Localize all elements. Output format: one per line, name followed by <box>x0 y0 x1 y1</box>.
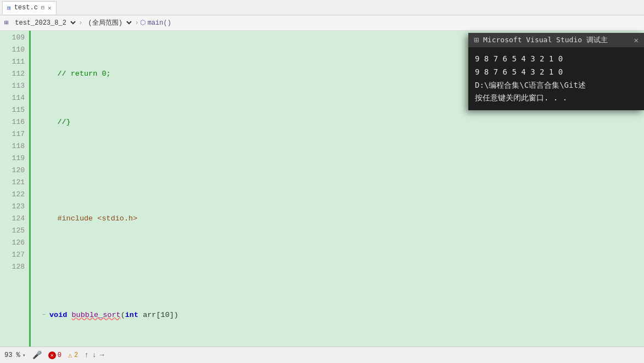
terminal-line-4: 按任意键关闭此窗口. . . <box>475 92 637 105</box>
tab-bar: ⊞ test.c ⊟ ✕ <box>0 0 644 15</box>
tab-label: test.c <box>14 4 38 12</box>
ln-126: 126 <box>0 237 25 249</box>
breadcrumb-divider-2: › <box>133 19 139 27</box>
terminal-title-bar: ⊞ Microsoft Visual Studio 调试主 ✕ <box>468 33 644 47</box>
breadcrumb-bar: ⊞ test_2023_8_2 › (全局范围) › ⬡ main() <box>0 15 644 31</box>
file-tab[interactable]: ⊞ test.c ⊟ ✕ <box>2 1 57 14</box>
ln-123: 123 <box>0 201 25 213</box>
terminal-icon: ⊞ <box>474 35 479 45</box>
ln-112: 112 <box>0 68 25 80</box>
terminal-overlay: ⊞ Microsoft Visual Studio 调试主 ✕ 9 8 7 6 … <box>468 33 644 110</box>
error-count: 0 <box>58 351 61 359</box>
code-line-114: −void bubble_sort(int arr[10]) <box>40 309 644 321</box>
error-indicator[interactable]: ✕ 0 <box>48 351 61 359</box>
error-icon: ✕ <box>48 351 56 359</box>
ln-119: 119 <box>0 152 25 165</box>
warning-icon: ⚠ <box>68 351 72 360</box>
zoom-control[interactable]: 93 % ▾ <box>4 351 26 359</box>
ln-120: 120 <box>0 165 25 177</box>
nav-arrows: ↑ ↓ → <box>85 351 104 359</box>
terminal-line-1: 9 8 7 6 5 4 3 2 1 0 <box>475 53 637 66</box>
ln-109: 109 <box>0 32 25 44</box>
ln-125: 125 <box>0 225 25 237</box>
ln-113: 113 <box>0 80 25 92</box>
ln-114: 114 <box>0 92 25 104</box>
file-icon: ⊞ <box>7 4 11 12</box>
scope-selector[interactable]: (全局范围) <box>83 15 133 30</box>
code-line-111 <box>40 165 644 177</box>
fold-marker-114[interactable]: − <box>40 311 48 320</box>
ln-124: 124 <box>0 213 25 225</box>
status-bar: 93 % ▾ 🎤 ✕ 0 ⚠ 2 ↑ ↓ → <box>0 347 644 363</box>
func-breadcrumb: ⬡ main() <box>140 19 171 27</box>
ln-116: 116 <box>0 116 25 128</box>
terminal-title: Microsoft Visual Studio 调试主 <box>483 35 608 45</box>
file-selector[interactable]: test_2023_8_2 <box>10 15 77 30</box>
line-numbers: 109 110 111 112 113 114 115 116 117 118 … <box>0 31 31 347</box>
ln-122: 122 <box>0 189 25 201</box>
right-arrow-btn[interactable]: → <box>100 351 104 359</box>
ln-110: 110 <box>0 44 25 56</box>
terminal-body: 9 8 7 6 5 4 3 2 1 0 9 8 7 6 5 4 3 2 1 0 … <box>468 47 644 110</box>
terminal-close-button[interactable]: ✕ <box>634 36 639 44</box>
breadcrumb-divider-1: › <box>77 19 83 27</box>
up-arrow-btn[interactable]: ↑ <box>85 351 89 359</box>
zoom-dropdown-icon[interactable]: ▾ <box>23 352 26 359</box>
ln-111: 111 <box>0 56 25 68</box>
ln-115: 115 <box>0 104 25 116</box>
ln-128: 128 <box>0 261 25 273</box>
warning-indicator[interactable]: ⚠ 2 <box>68 351 78 360</box>
mic-icon[interactable]: 🎤 <box>32 350 42 360</box>
ln-118: 118 <box>0 140 25 152</box>
code-line-113 <box>40 261 644 273</box>
pin-icon[interactable]: ⊟ <box>41 4 44 11</box>
close-icon[interactable]: ✕ <box>48 4 52 12</box>
down-arrow-btn[interactable]: ↓ <box>92 351 97 359</box>
func-label: main() <box>148 19 171 27</box>
code-line-110: //} <box>40 116 644 128</box>
func-icon: ⬡ <box>140 19 145 27</box>
ln-121: 121 <box>0 177 25 189</box>
ln-117: 117 <box>0 128 25 140</box>
file-breadcrumb-icon: ⊞ <box>4 19 8 27</box>
zoom-label: 93 % <box>4 351 20 359</box>
ln-127: 127 <box>0 249 25 261</box>
code-line-112: #include <stdio.h> <box>40 213 644 225</box>
terminal-title-left: ⊞ Microsoft Visual Studio 调试主 <box>474 35 608 45</box>
terminal-line-2: 9 8 7 6 5 4 3 2 1 0 <box>475 66 637 79</box>
terminal-line-3: D:\编程合集\C语言合集\Git述 <box>475 79 637 92</box>
warning-count: 2 <box>74 351 78 359</box>
